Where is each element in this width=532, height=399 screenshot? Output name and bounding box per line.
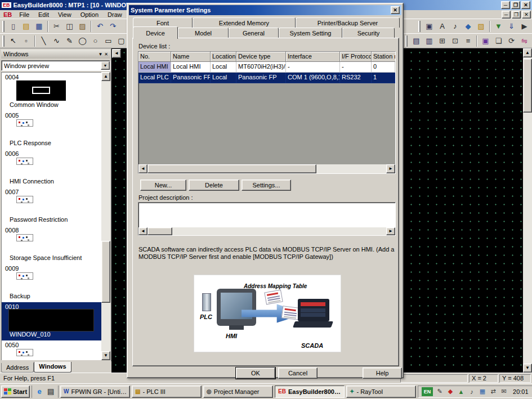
select-arrow-icon[interactable]: ↖ bbox=[7, 35, 20, 47]
scroll-up-button[interactable]: ▲ bbox=[523, 48, 532, 57]
sound-library-icon[interactable]: ♪ bbox=[449, 20, 462, 33]
redo-icon[interactable]: ↷ bbox=[106, 20, 119, 33]
toolbar-grip[interactable] bbox=[2, 21, 5, 32]
picture-library-icon[interactable]: ▧ bbox=[475, 20, 488, 33]
toolbar-grip[interactable] bbox=[2, 35, 5, 47]
volume-icon[interactable]: ♪ bbox=[467, 387, 476, 396]
usb-icon[interactable]: ⇄ bbox=[489, 387, 498, 396]
close-button[interactable]: ✕ bbox=[521, 1, 530, 9]
scroll-thumb[interactable] bbox=[101, 241, 110, 303]
table-row-local-hmi[interactable]: Local HMI Local HMI Local MT6070iH2(iH3)… bbox=[138, 62, 395, 73]
scroll-thumb[interactable] bbox=[147, 227, 172, 235]
circle-tool-icon[interactable]: ○ bbox=[89, 35, 102, 47]
open-file-icon[interactable]: ▤ bbox=[20, 20, 33, 33]
scroll-left-button[interactable]: ◄ bbox=[138, 227, 147, 235]
rounded-rect-tool-icon[interactable]: ▢ bbox=[115, 35, 128, 47]
window-list-item-0004[interactable]: 0004 Common Window bbox=[2, 73, 101, 111]
scroll-right-button[interactable]: ► bbox=[386, 164, 395, 173]
project-description-input[interactable]: ◄ ► bbox=[138, 202, 396, 236]
table-row-local-plc1-selected[interactable]: Local PLC 1 Panasonic FP Local Panasonic… bbox=[138, 73, 395, 83]
flip-icon[interactable]: ⇋ bbox=[518, 35, 531, 47]
menu-edit[interactable]: Edit bbox=[34, 11, 53, 19]
undo-icon[interactable]: ↶ bbox=[93, 20, 106, 33]
paste-icon[interactable]: ▨ bbox=[76, 20, 89, 33]
child-minimize-button[interactable]: ─ bbox=[502, 11, 511, 19]
menu-view[interactable]: View bbox=[54, 11, 75, 19]
dialog-titlebar[interactable]: System Parameter Settings ✕ bbox=[129, 5, 401, 15]
menu-option[interactable]: Option bbox=[77, 11, 102, 19]
bezier-tool-icon[interactable]: ∿ bbox=[50, 35, 63, 47]
compile-icon[interactable]: ▼ bbox=[492, 20, 505, 33]
scroll-down-button[interactable]: ▼ bbox=[523, 364, 532, 373]
freehand-tool-icon[interactable]: ✎ bbox=[63, 35, 76, 47]
window-preview-select[interactable]: Window preview ▼ bbox=[1, 60, 110, 71]
delete-device-button[interactable]: Delete bbox=[189, 180, 239, 191]
child-restore-button[interactable]: ❐ bbox=[512, 11, 521, 19]
new-file-icon[interactable]: ▯ bbox=[7, 20, 20, 33]
tab-security[interactable]: Security bbox=[342, 28, 395, 38]
tab-general[interactable]: General bbox=[229, 28, 279, 38]
menu-draw[interactable]: Draw bbox=[104, 11, 126, 19]
device-settings-button[interactable]: Settings... bbox=[242, 180, 291, 191]
taskbar-button-project-manager[interactable]: ◎Project Manager bbox=[203, 385, 273, 398]
grid-icon[interactable]: ⊞ bbox=[436, 35, 449, 47]
new-device-button[interactable]: New... bbox=[140, 180, 186, 191]
column-header-device-type[interactable]: Device type bbox=[236, 52, 286, 62]
tab-printer-backup-server[interactable]: Printer/Backup Server bbox=[296, 17, 400, 28]
cut-icon[interactable]: ✂ bbox=[50, 20, 63, 33]
download-icon[interactable]: ⇓ bbox=[505, 20, 518, 33]
window-list-item-0007[interactable]: 0007 Password Restriction bbox=[2, 187, 101, 226]
tab-windows[interactable]: Windows bbox=[34, 362, 71, 373]
taskbar-button-raytool[interactable]: ✦- RayTool bbox=[346, 385, 416, 398]
window-copy-icon[interactable]: ▤ bbox=[410, 35, 423, 47]
window-list-item-0050[interactable]: 0050 bbox=[2, 340, 101, 360]
taskbar-button-fpwin-gr-untitl[interactable]: WFPWIN GR - [Untitl... bbox=[60, 385, 130, 398]
simulate-icon[interactable]: ▶ bbox=[518, 20, 531, 33]
show-desktop-icon[interactable]: ▤ bbox=[46, 385, 56, 398]
column-header-name[interactable]: Name bbox=[171, 52, 211, 62]
shield-icon[interactable]: ▲ bbox=[457, 387, 466, 396]
ok-button[interactable]: OK bbox=[236, 367, 275, 379]
ellipse-tool-icon[interactable]: ◯ bbox=[76, 35, 89, 47]
taskbar-clock[interactable]: 20:01 bbox=[511, 388, 529, 395]
window-list-item-0009[interactable]: 0009 Backup bbox=[2, 264, 101, 302]
copy-icon[interactable]: ◫ bbox=[63, 20, 76, 33]
antivirus-icon[interactable]: ◆ bbox=[446, 387, 455, 396]
message-icon[interactable]: ✉ bbox=[499, 387, 508, 396]
child-close-button[interactable]: ✕ bbox=[522, 11, 531, 19]
column-header-protocol[interactable]: I/F Protocol bbox=[340, 52, 372, 62]
line-tool-icon[interactable]: ╲ bbox=[37, 35, 50, 47]
internet-explorer-icon[interactable]: e bbox=[34, 385, 44, 398]
window-list-item-0008[interactable]: 0008 Storage Space Insufficient bbox=[2, 226, 101, 264]
snap-icon[interactable]: ⊡ bbox=[449, 35, 462, 47]
scroll-down-button[interactable]: ▼ bbox=[101, 351, 110, 360]
dialog-close-button[interactable]: ✕ bbox=[391, 6, 400, 14]
tab-extended-memory[interactable]: Extended Memory bbox=[193, 17, 296, 28]
restore-button[interactable]: ❐ bbox=[511, 1, 520, 9]
column-header-interface[interactable]: Interface bbox=[286, 52, 340, 62]
description-horizontal-scrollbar[interactable]: ◄ ► bbox=[138, 227, 395, 235]
save-icon[interactable]: ▦ bbox=[33, 20, 46, 33]
minimize-button[interactable]: ─ bbox=[501, 1, 510, 9]
system-parameter-icon[interactable]: ▣ bbox=[423, 20, 436, 33]
rectangle-tool-icon[interactable]: ▭ bbox=[102, 35, 115, 47]
device-table-horizontal-scrollbar[interactable]: ◄ ► bbox=[138, 164, 395, 173]
network-icon[interactable]: ▦ bbox=[478, 387, 487, 396]
tab-system-setting[interactable]: System Setting bbox=[279, 28, 342, 38]
tab-address[interactable]: Address bbox=[1, 363, 34, 373]
shape-library-icon[interactable]: ◆ bbox=[462, 20, 475, 33]
toolbar-grip[interactable] bbox=[405, 35, 408, 47]
align-icon[interactable]: ≡ bbox=[462, 35, 475, 47]
scroll-thumb[interactable] bbox=[523, 59, 532, 113]
taskbar-button-easybuilder8000[interactable]: EBEasyBuilder8000 ... bbox=[275, 385, 345, 398]
ime-pen-icon[interactable]: ✎ bbox=[435, 387, 444, 396]
column-header-location[interactable]: Location bbox=[211, 52, 236, 62]
window-list-scrollbar[interactable]: ▲ ▼ bbox=[101, 72, 110, 360]
scroll-left-button[interactable]: ◄ bbox=[138, 164, 147, 173]
canvas-vertical-scrollbar[interactable]: ▲ ▼ bbox=[523, 48, 532, 373]
taskbar-button-plc-iii[interactable]: ▤- PLC III bbox=[132, 385, 202, 398]
label-library-icon[interactable]: A bbox=[436, 20, 449, 33]
help-button[interactable]: Help bbox=[363, 367, 402, 379]
menu-file[interactable]: File bbox=[15, 11, 33, 19]
chevron-down-icon[interactable]: ▼ bbox=[101, 61, 110, 70]
